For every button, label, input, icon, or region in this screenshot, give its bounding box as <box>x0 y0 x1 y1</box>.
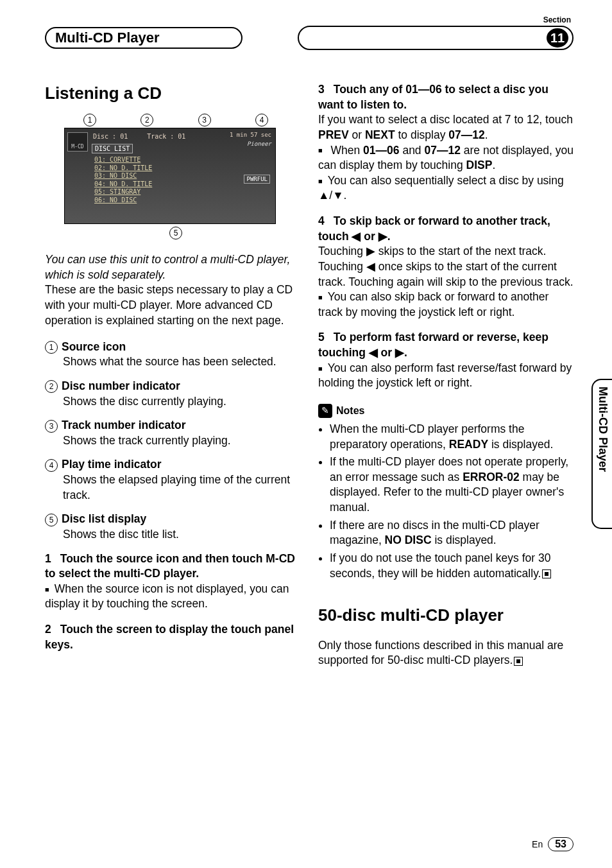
callout-1: 1 <box>83 114 96 126</box>
callout-2: 2 <box>140 114 153 126</box>
body-50-disc: Only those functions described in this m… <box>318 638 574 668</box>
callout-4: 4 <box>255 114 268 126</box>
intro-text: You can use this unit to control a multi… <box>45 252 300 328</box>
device-screen: M-CD Disc : 01 Track : 01 1 min 57 sec P… <box>64 128 276 224</box>
step-3: 3Touch any of 01—06 to select a disc you… <box>318 82 574 204</box>
step-2: 2Touch the screen to display the touch p… <box>45 622 300 652</box>
notes-icon: ✎ <box>318 404 332 418</box>
source-icon: M-CD <box>67 132 88 152</box>
step-1: 1Touch the source icon and then touch M-… <box>45 551 300 612</box>
disc-list-label: DISC LIST <box>92 144 133 154</box>
footer-lang: En <box>532 839 543 849</box>
track-info: Track : 01 <box>147 132 185 141</box>
end-mark-icon <box>542 569 551 578</box>
page-number: 53 <box>548 837 574 851</box>
play-time: 1 min 57 sec <box>230 131 271 139</box>
disc-info: Disc : 01 <box>93 132 128 141</box>
heading-50-disc: 50-disc multi-CD player <box>318 604 574 627</box>
callout-3: 3 <box>198 114 211 126</box>
step-5: 5To perform fast forward or reverse, kee… <box>318 330 574 391</box>
section-indicator: Section 11 <box>298 26 574 50</box>
section-number: 11 <box>547 28 568 48</box>
indicator-list: 1Source iconShows what the source has be… <box>45 340 300 542</box>
side-tab: Multi-CD Player <box>591 379 612 529</box>
callout-5: 5 <box>169 227 182 239</box>
notes-list: When the multi-CD player performs the pr… <box>318 422 574 581</box>
step-4: 4To skip back or forward to another trac… <box>318 214 574 320</box>
pwrful-button: PWRFUL <box>244 175 270 184</box>
header-title: Multi-CD Player <box>45 27 242 49</box>
page-heading: Listening a CD <box>45 82 300 105</box>
notes-label: Notes <box>336 404 364 418</box>
brand-label: Pioneer <box>247 140 271 148</box>
screen-figure: 1 2 3 4 M-CD Disc : 01 Track : 01 1 min … <box>64 114 276 239</box>
page-footer: En 53 <box>532 837 574 851</box>
end-mark-icon <box>514 657 523 666</box>
